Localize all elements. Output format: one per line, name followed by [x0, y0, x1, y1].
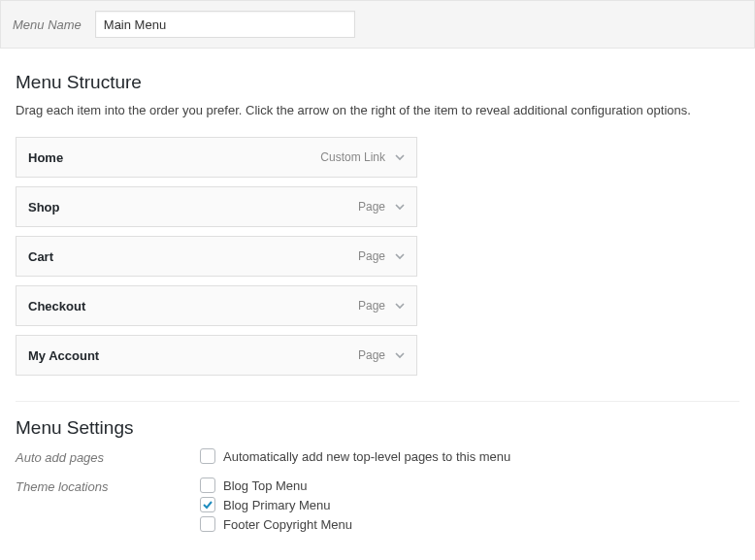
menu-item-checkout[interactable]: Checkout Page [16, 285, 417, 326]
caret-down-icon[interactable] [395, 299, 405, 313]
menu-item-type: Custom Link [320, 150, 385, 164]
checkbox[interactable] [200, 448, 215, 464]
menu-structure-title: Menu Structure [16, 72, 739, 93]
checkbox-label: Blog Primary Menu [223, 498, 331, 512]
caret-down-icon[interactable] [395, 150, 405, 165]
auto-add-pages-option[interactable]: Automatically add new top-level pages to… [200, 448, 739, 464]
checkbox-label: Footer Copyright Menu [223, 517, 352, 532]
caret-down-icon[interactable] [395, 249, 405, 264]
checkbox-label: Blog Top Menu [223, 478, 308, 493]
theme-locations-row: Theme locations Blog Top Menu Blog Prima… [16, 478, 739, 536]
menu-item-my-account[interactable]: My Account Page [16, 335, 417, 376]
menu-item-title: Checkout [28, 299, 85, 313]
menu-settings-title: Menu Settings [16, 417, 739, 439]
theme-locations-label: Theme locations [16, 478, 200, 494]
menu-item-title: Home [28, 150, 63, 165]
section-divider [16, 401, 739, 402]
theme-location-blog-primary[interactable]: Blog Primary Menu [200, 497, 739, 512]
menu-item-type: Page [358, 249, 385, 263]
menu-item-home[interactable]: Home Custom Link [16, 137, 417, 178]
theme-location-footer-copyright[interactable]: Footer Copyright Menu [200, 516, 739, 532]
menu-item-cart[interactable]: Cart Page [16, 236, 417, 277]
checkbox[interactable] [200, 478, 215, 493]
auto-add-pages-label: Auto add pages [16, 448, 200, 465]
caret-down-icon[interactable] [395, 348, 405, 363]
menu-item-type: Page [358, 200, 385, 214]
menu-item-title: Shop [28, 200, 60, 214]
menu-structure-instructions: Drag each item into the order you prefer… [16, 103, 739, 117]
menu-items-list: Home Custom Link Shop Page Cart Page [16, 137, 417, 376]
menu-item-title: My Account [28, 348, 99, 363]
menu-name-input[interactable] [95, 11, 355, 38]
auto-add-pages-row: Auto add pages Automatically add new top… [16, 448, 739, 468]
content-area: Menu Structure Drag each item into the o… [0, 49, 755, 560]
caret-down-icon[interactable] [395, 200, 405, 214]
menu-item-shop[interactable]: Shop Page [16, 186, 417, 227]
menu-name-bar: Menu Name [0, 0, 755, 49]
theme-location-blog-top[interactable]: Blog Top Menu [200, 478, 739, 493]
menu-item-type: Page [358, 299, 385, 313]
menu-item-type: Page [358, 348, 385, 362]
checkbox-label: Automatically add new top-level pages to… [223, 449, 510, 464]
menu-item-title: Cart [28, 249, 53, 264]
checkbox[interactable] [200, 497, 215, 512]
checkbox[interactable] [200, 516, 215, 532]
menu-name-label: Menu Name [13, 17, 82, 32]
